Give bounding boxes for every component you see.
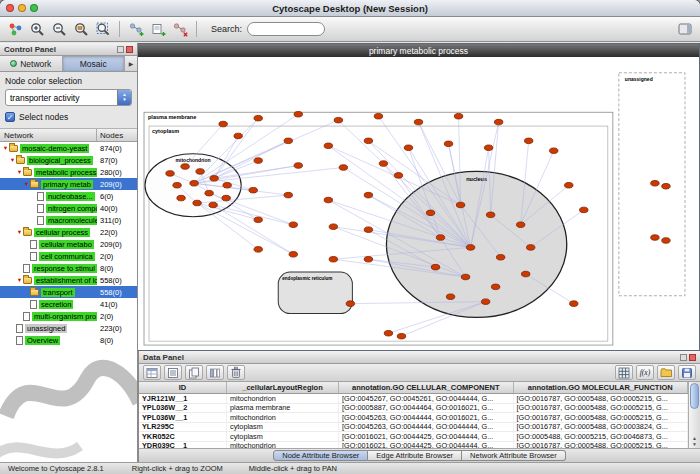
graph-node[interactable] [446, 294, 454, 300]
graph-node[interactable] [662, 183, 670, 189]
graph-node[interactable] [364, 227, 372, 233]
graph-node[interactable] [364, 138, 372, 144]
graph-node[interactable] [662, 238, 670, 244]
column-settings-button[interactable] [206, 365, 224, 380]
graph-node[interactable] [384, 330, 392, 336]
tree-item[interactable]: ▼ establishment of lo 558(0) [0, 274, 137, 286]
scrollbar-thumb[interactable] [690, 383, 699, 409]
zoom-in-button[interactable] [27, 19, 47, 39]
select-attributes-button[interactable] [143, 365, 161, 380]
graph-node[interactable] [190, 181, 198, 187]
graph-node[interactable] [651, 181, 659, 187]
expand-toggle-icon[interactable]: ▼ [16, 229, 23, 235]
graph-node[interactable] [284, 192, 292, 198]
network-canvas[interactable]: plasma membrane cytoplasm mitochondrion … [138, 57, 699, 350]
graph-node[interactable] [364, 256, 372, 262]
graph-node[interactable] [456, 202, 464, 208]
graph-node[interactable] [284, 138, 292, 144]
new-attribute-button[interactable] [185, 365, 203, 380]
graph-node[interactable] [431, 264, 439, 270]
color-attribute-select[interactable]: transporter activity ▲▼ [5, 89, 132, 106]
tree-item[interactable]: ▼ biological_process 87(0) [0, 154, 137, 166]
graph-node[interactable] [196, 169, 204, 175]
graph-node[interactable] [289, 252, 297, 258]
tab-node-attribute-browser[interactable]: Node Attribute Browser [273, 450, 368, 461]
graph-node[interactable] [234, 133, 242, 139]
table-row[interactable]: YKR052C cytoplasm [GO:0016021, GO:004442… [139, 432, 688, 442]
expand-toggle-icon[interactable]: ▼ [23, 181, 30, 187]
graph-node[interactable] [249, 187, 257, 193]
graph-node[interactable] [329, 256, 337, 262]
graph-node[interactable] [494, 119, 502, 125]
graph-node[interactable] [294, 111, 302, 117]
expand-toggle-icon[interactable]: ▼ [16, 169, 23, 175]
column-header-molecular-function[interactable]: annotation.GO MOLECULAR_FUNCTION [514, 382, 689, 393]
graph-node[interactable] [570, 301, 578, 307]
graph-node[interactable] [496, 255, 504, 261]
graph-node[interactable] [334, 117, 342, 123]
graph-node[interactable] [565, 182, 573, 188]
graph-node[interactable] [222, 195, 230, 201]
formula-builder-button[interactable]: f(x) [636, 365, 654, 380]
graph-node[interactable] [329, 224, 337, 230]
graph-node[interactable] [444, 141, 452, 147]
graph-node[interactable] [516, 222, 524, 228]
birdseye-view[interactable] [0, 346, 137, 462]
zoom-out-button[interactable] [49, 19, 69, 39]
column-header-id[interactable]: ID [139, 382, 227, 393]
graph-node[interactable] [254, 158, 262, 164]
graph-node[interactable] [254, 115, 262, 121]
graph-node[interactable] [550, 148, 558, 154]
column-header-cellular-component[interactable]: annotation.GO CELLULAR_COMPONENT [339, 382, 514, 393]
graph-node[interactable] [524, 138, 532, 144]
tab-network[interactable]: Network [0, 56, 63, 71]
graph-node[interactable] [651, 235, 659, 241]
save-attributes-button[interactable] [678, 365, 696, 380]
graph-node[interactable] [521, 271, 529, 277]
graph-node[interactable] [436, 235, 444, 241]
graph-node[interactable] [289, 222, 297, 228]
attribute-matrix-button[interactable] [615, 365, 633, 380]
tree-item-selected[interactable]: ▼ primary metab 209(0) [0, 178, 137, 190]
zoom-selected-region-button[interactable] [71, 19, 91, 39]
graph-node[interactable] [210, 176, 218, 182]
close-panel-icon[interactable] [126, 46, 133, 53]
destroy-network-button[interactable] [170, 19, 190, 39]
graph-node[interactable] [454, 113, 462, 119]
import-attributes-button[interactable] [657, 365, 675, 380]
table-row[interactable]: YPL036W__2 plasma membrane [GO:0005887, … [139, 404, 688, 414]
graph-node[interactable] [397, 333, 405, 339]
table-row[interactable]: YPL036W__1 mitochondrion [GO:0045263, GO… [139, 413, 688, 423]
expand-toggle-icon[interactable]: ▼ [16, 277, 23, 283]
search-input[interactable] [247, 22, 325, 36]
graph-node[interactable] [466, 245, 474, 251]
graph-node[interactable] [426, 210, 434, 216]
tree-item[interactable]: unassigned 223(0) [0, 322, 137, 334]
graph-node[interactable] [223, 182, 231, 188]
close-panel-icon[interactable] [689, 354, 696, 361]
new-network-from-selection-button[interactable] [126, 19, 146, 39]
graph-node[interactable] [374, 113, 382, 119]
tree-item[interactable]: nitrogen compo 40(0) [0, 202, 137, 214]
graph-node[interactable] [324, 197, 332, 203]
graph-node[interactable] [339, 165, 347, 171]
cytopanel-toggle-button[interactable] [675, 19, 695, 39]
scroll-down-icon[interactable]: ▼ [689, 441, 700, 447]
scrollbar-arrows[interactable]: ▲ ▼ [689, 435, 700, 447]
tree-item[interactable]: nucleobase... 6(0) [0, 190, 137, 202]
unselect-attributes-button[interactable] [164, 365, 182, 380]
tab-overflow-button[interactable]: ▶ [125, 56, 137, 71]
graph-node[interactable] [294, 163, 302, 169]
graph-node[interactable] [166, 171, 174, 177]
minimize-window-button[interactable] [18, 4, 26, 12]
graph-node[interactable] [484, 145, 492, 151]
network-view-titlebar[interactable]: primary metabolic process [138, 44, 699, 57]
tab-mosaic[interactable]: Mosaic [63, 56, 126, 71]
close-window-button[interactable] [6, 4, 14, 12]
select-nodes-checkbox[interactable]: ✓ [5, 112, 15, 122]
tree-item[interactable]: ▼ mosaic-demo-yeast 874(0) [0, 142, 137, 154]
graph-node[interactable] [580, 207, 588, 213]
zoom-fit-button[interactable] [93, 19, 113, 39]
graph-node[interactable] [346, 301, 354, 307]
tab-edge-attribute-browser[interactable]: Edge Attribute Browser [368, 450, 462, 461]
